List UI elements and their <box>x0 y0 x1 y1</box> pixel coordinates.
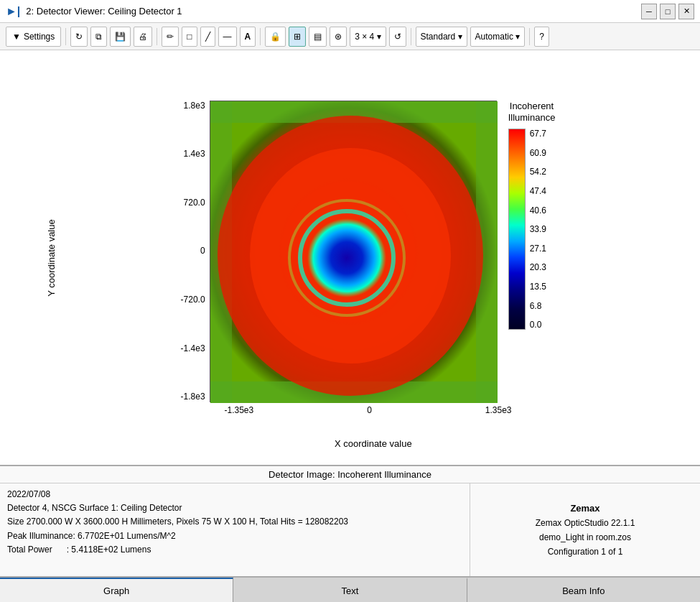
grid-icon: ⊞ <box>294 32 301 42</box>
y-tick-1: 1.4e3 <box>184 149 205 159</box>
settings-label: Settings <box>24 32 55 42</box>
info-body: 2022/07/08 Detector 4, NSCG Surface 1: C… <box>0 483 700 576</box>
tab-beam-info-label: Beam Info <box>562 585 605 596</box>
y-tick-5: -1.4e3 <box>181 343 205 353</box>
y-tick-0: 1.8e3 <box>184 101 205 111</box>
toolbar-separator-4 <box>411 28 411 45</box>
svg-point-8 <box>307 218 386 297</box>
info-version: Zemax OpticStudio 22.1.1 <box>536 518 635 528</box>
info-line-2: Size 2700.000 W X 3600.000 H Millimeters… <box>7 515 462 529</box>
color-bar <box>508 129 526 330</box>
app-icon: ►| <box>6 5 20 18</box>
automatic-dropdown[interactable]: Automatic ▾ <box>470 27 526 47</box>
minimize-button[interactable]: ─ <box>641 4 657 19</box>
colorbar-label-10: 0.0 <box>530 320 546 330</box>
colorbar-title: IncoherentIlluminance <box>508 101 556 125</box>
lock-button[interactable]: 🔒 <box>265 27 286 47</box>
y-tick-6: -1.8e3 <box>181 392 205 402</box>
toolbar-separator-3 <box>260 28 261 45</box>
main-content: Y coordinate value 1.8e3 1.4e3 720.0 0 -… <box>0 50 700 602</box>
save-button[interactable]: 💾 <box>110 27 131 47</box>
tab-graph[interactable]: Graph <box>0 578 233 602</box>
grid-button[interactable]: ⊞ <box>289 27 306 47</box>
tab-text-label: Text <box>342 585 359 596</box>
maximize-button[interactable]: □ <box>660 4 676 19</box>
save-icon: 💾 <box>115 32 126 42</box>
info-panel: Detector Image: Incoherent Illuminance 2… <box>0 465 700 576</box>
copy-button[interactable]: ⧉ <box>90 27 107 47</box>
close-button[interactable]: ✕ <box>678 4 694 19</box>
settings-button[interactable]: ▼ Settings <box>6 27 61 47</box>
layers-button[interactable]: ⊛ <box>330 27 347 47</box>
pencil-icon: ✏ <box>167 32 174 42</box>
print-button[interactable]: 🖨 <box>134 27 152 47</box>
colorbar-container: IncoherentIlluminance 67.7 60.9 54.2 47.… <box>508 101 556 402</box>
x-tick-2: 1.35e3 <box>485 405 512 415</box>
standard-label: Standard ▾ <box>421 32 462 42</box>
toolbar-separator-5 <box>529 28 530 45</box>
toolbar-separator-1 <box>65 28 66 45</box>
help-icon: ? <box>539 32 544 42</box>
window-controls: ─ □ ✕ <box>641 4 694 19</box>
colorbar-label-3: 47.4 <box>530 186 546 196</box>
grid-size-label: 3 × 4 ▾ <box>355 32 381 42</box>
colorbar-label-0: 67.7 <box>530 129 546 139</box>
toolbar-separator-2 <box>157 28 157 45</box>
info-line-4: Total Power : 5.4118E+02 Lumens <box>7 543 462 557</box>
print-icon: 🖨 <box>139 32 147 42</box>
info-line-3: Peak Illuminance: 6.7702E+01 Lumens/M^2 <box>7 529 462 543</box>
standard-dropdown[interactable]: Standard ▾ <box>416 27 467 47</box>
grid-size-button[interactable]: 3 × 4 ▾ <box>350 27 386 47</box>
rectangle-button[interactable]: □ <box>182 27 197 47</box>
colorbar-label-8: 13.5 <box>530 282 546 292</box>
tab-beam-info[interactable]: Beam Info <box>467 578 700 602</box>
y-tick-3: 0 <box>200 246 205 256</box>
window-title: 2: Detector Viewer: Ceiling Detector 1 <box>26 6 635 17</box>
info-right-panel: Zemax Zemax OpticStudio 22.1.1 demo_Ligh… <box>470 483 700 576</box>
heatmap-plot <box>210 101 497 402</box>
rectangle-icon: □ <box>187 32 192 42</box>
title-bar: ►| 2: Detector Viewer: Ceiling Detector … <box>0 0 700 23</box>
chevron-down-icon: ▼ <box>12 32 21 42</box>
pencil-button[interactable]: ✏ <box>162 27 179 47</box>
colorbar-label-7: 20.3 <box>530 262 546 272</box>
automatic-label: Automatic ▾ <box>475 32 521 42</box>
colorbar-label-1: 60.9 <box>530 148 546 158</box>
lock-icon: 🔒 <box>270 32 281 42</box>
colorbar-label-9: 6.8 <box>530 301 546 311</box>
x-axis-label: X coordinate value <box>335 438 412 449</box>
refresh-button[interactable]: ↻ <box>70 27 88 47</box>
x-tick-0: -1.35e3 <box>224 405 253 415</box>
colorbar-label-2: 54.2 <box>530 167 546 177</box>
copy-icon: ⧉ <box>95 32 102 42</box>
colorbar-label-6: 27.1 <box>530 244 546 254</box>
toolbar: ▼ Settings ↻ ⧉ 💾 🖨 ✏ □ ╱ — A 🔒 ⊞ ▤ ⊛ 3 ×… <box>0 23 700 50</box>
x-tick-1: 0 <box>367 405 372 415</box>
colorbar-label-5: 33.9 <box>530 224 546 234</box>
x-axis-ticks: -1.35e3 0 1.35e3 <box>224 402 511 415</box>
graph-area: Y coordinate value 1.8e3 1.4e3 720.0 0 -… <box>0 50 700 465</box>
colorbar-labels: 67.7 60.9 54.2 47.4 40.6 33.9 27.1 20.3 … <box>530 129 546 330</box>
y-axis-ticks: 1.8e3 1.4e3 720.0 0 -720.0 -1.4e3 -1.8e3 <box>181 101 210 402</box>
layers-icon: ⊛ <box>335 32 342 42</box>
plot-container: Y coordinate value 1.8e3 1.4e3 720.0 0 -… <box>7 57 693 458</box>
info-title: Detector Image: Incoherent Illuminance <box>0 466 700 483</box>
info-config: Configuration 1 of 1 <box>548 547 623 557</box>
layout-icon: ▤ <box>314 32 322 42</box>
help-button[interactable]: ? <box>534 27 549 47</box>
layout-button[interactable]: ▤ <box>309 27 327 47</box>
info-line-1: Detector 4, NSCG Surface 1: Ceiling Dete… <box>7 501 462 515</box>
rotate-button[interactable]: ↺ <box>389 27 406 47</box>
refresh-icon: ↻ <box>75 32 83 42</box>
text-button[interactable]: A <box>240 27 256 47</box>
tab-text[interactable]: Text <box>233 578 467 602</box>
tab-graph-label: Graph <box>103 585 129 596</box>
info-line-0: 2022/07/08 <box>7 488 462 501</box>
bottom-tabs: Graph Text Beam Info <box>0 576 700 602</box>
line-button[interactable]: ╱ <box>200 27 215 47</box>
dash-button[interactable]: — <box>218 27 237 47</box>
colorbar-label-4: 40.6 <box>530 205 546 216</box>
y-tick-4: -720.0 <box>181 295 205 305</box>
plot-row: 1.8e3 1.4e3 720.0 0 -720.0 -1.4e3 -1.8e3 <box>181 101 556 402</box>
y-axis-label: Y coordinate value <box>46 219 57 296</box>
